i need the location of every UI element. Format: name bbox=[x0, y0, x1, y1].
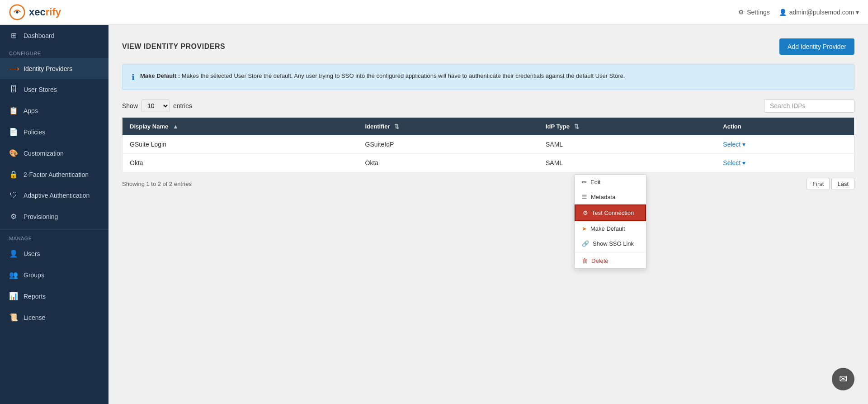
envelope-icon: ✉ bbox=[839, 373, 847, 385]
groups-icon: 👥 bbox=[9, 271, 18, 279]
sidebar-item-user-stores[interactable]: 🗄 User Stores bbox=[0, 79, 108, 100]
dropdown-item-show-sso-link[interactable]: 🔗 Show SSO Link bbox=[575, 236, 646, 251]
sidebar-item-policies[interactable]: 📄 Policies bbox=[0, 121, 108, 143]
edit-icon: ✏ bbox=[582, 179, 587, 185]
dropdown-item-test-connection[interactable]: ⚙ Test Connection bbox=[575, 204, 646, 221]
dropdown-label-show-sso-link: Show SSO Link bbox=[593, 240, 634, 247]
sidebar-item-apps[interactable]: 📋 Apps bbox=[0, 100, 108, 121]
sidebar-item-license[interactable]: 📜 License bbox=[0, 307, 108, 328]
pagination-first-button[interactable]: First bbox=[807, 178, 830, 190]
col-action: Action bbox=[716, 118, 854, 136]
sort-display-name-icon: ▲ bbox=[173, 123, 179, 130]
table-footer-text: Showing 1 to 2 of 2 entries bbox=[122, 181, 192, 187]
cell-display-name: GSuite Login bbox=[123, 135, 358, 154]
table-row: GSuite Login GSuiteIdP SAML Select ▾ bbox=[123, 135, 854, 154]
dropdown-label-metadata: Metadata bbox=[591, 194, 615, 200]
sidebar-item-provisioning[interactable]: ⚙ Provisioning bbox=[0, 206, 108, 227]
dashboard-icon: ⊞ bbox=[9, 31, 18, 40]
reports-icon: 📊 bbox=[9, 292, 18, 300]
identity-providers-icon: ⟶ bbox=[9, 64, 18, 73]
gear-icon: ⚙ bbox=[738, 9, 744, 16]
info-text-body: Makes the selected User Store the defaul… bbox=[182, 72, 625, 79]
sidebar-item-adaptive-auth[interactable]: 🛡 Adaptive Authentication bbox=[0, 185, 108, 206]
col-idp-type-label: IdP Type bbox=[546, 123, 570, 130]
manage-section-label: Manage bbox=[0, 231, 108, 243]
sidebar-item-identity-providers[interactable]: ⟶ Identity Providers bbox=[0, 58, 108, 79]
sso-link-icon: 🔗 bbox=[582, 240, 589, 247]
entries-select[interactable]: 10 25 50 100 bbox=[142, 100, 170, 112]
cell-identifier: GSuiteIdP bbox=[358, 135, 538, 154]
sidebar-item-2fa[interactable]: 🔒 2-Factor Authentication bbox=[0, 164, 108, 185]
col-display-name[interactable]: Display Name ▲ bbox=[123, 118, 358, 136]
table-controls: Show 10 25 50 100 entries bbox=[122, 99, 854, 113]
cell-display-name: Okta bbox=[123, 154, 358, 172]
chevron-down-icon: ▾ bbox=[742, 159, 745, 166]
sidebar-item-groups[interactable]: 👥 Groups bbox=[0, 264, 108, 285]
message-icon-button[interactable]: ✉ bbox=[832, 368, 854, 390]
2fa-icon: 🔒 bbox=[9, 170, 18, 179]
show-entries-control: Show 10 25 50 100 entries bbox=[122, 100, 192, 112]
settings-link[interactable]: ⚙ Settings bbox=[738, 9, 770, 16]
sidebar-label-users: Users bbox=[24, 250, 40, 257]
make-default-icon: ➤ bbox=[582, 225, 587, 232]
sidebar-item-customization[interactable]: 🎨 Customization bbox=[0, 143, 108, 164]
show-label: Show bbox=[122, 102, 138, 109]
user-label: admin@pulsemod.com ▾ bbox=[789, 9, 859, 16]
users-icon: 👤 bbox=[9, 249, 18, 258]
info-icon: ℹ bbox=[132, 72, 135, 82]
page-header: VIEW IDENTITY PROVIDERS Add Identity Pro… bbox=[122, 38, 854, 55]
entries-label: entries bbox=[173, 102, 192, 109]
sidebar-label-dashboard: Dashboard bbox=[24, 32, 55, 39]
user-icon: 👤 bbox=[779, 9, 787, 16]
search-box bbox=[764, 99, 854, 113]
page-title: VIEW IDENTITY PROVIDERS bbox=[122, 43, 225, 51]
user-menu[interactable]: 👤 admin@pulsemod.com ▾ bbox=[779, 9, 859, 16]
dropdown-label-make-default: Make Default bbox=[590, 225, 625, 232]
logo-text: xecrify bbox=[29, 6, 61, 18]
sidebar-item-reports[interactable]: 📊 Reports bbox=[0, 285, 108, 307]
dropdown-item-delete[interactable]: 🗑 Delete bbox=[575, 253, 646, 268]
apps-icon: 📋 bbox=[9, 106, 18, 115]
cell-idp-type: SAML bbox=[538, 154, 716, 172]
table-header-row: Display Name ▲ Identifier ⇅ IdP Type ⇅ A… bbox=[123, 118, 854, 136]
sidebar-item-users[interactable]: 👤 Users bbox=[0, 243, 108, 264]
sidebar-label-groups: Groups bbox=[24, 271, 44, 279]
sidebar-label-license: License bbox=[24, 314, 45, 321]
dropdown-item-edit[interactable]: ✏ Edit bbox=[575, 175, 646, 190]
dropdown-item-make-default[interactable]: ➤ Make Default bbox=[575, 221, 646, 236]
col-display-name-label: Display Name bbox=[130, 123, 168, 130]
search-input[interactable] bbox=[764, 99, 854, 113]
select-button-row1[interactable]: Select ▾ bbox=[723, 141, 745, 148]
header-right: ⚙ Settings 👤 admin@pulsemod.com ▾ bbox=[738, 9, 859, 16]
dropdown-item-metadata[interactable]: ☰ Metadata bbox=[575, 190, 646, 204]
dropdown-label-edit: Edit bbox=[590, 179, 600, 185]
main-layout: ⊞ Dashboard Configure ⟶ Identity Provide… bbox=[0, 25, 868, 404]
sidebar-label-adaptive-auth: Adaptive Authentication bbox=[24, 192, 90, 199]
cell-action: Select ▾ bbox=[716, 135, 854, 154]
select-button-row2[interactable]: Select ▾ bbox=[723, 159, 745, 166]
sidebar-label-identity-providers: Identity Providers bbox=[24, 65, 72, 72]
sidebar-divider bbox=[0, 229, 108, 229]
sort-idp-type-icon: ⇅ bbox=[574, 123, 579, 130]
sidebar-label-reports: Reports bbox=[24, 293, 46, 300]
sidebar-label-customization: Customization bbox=[24, 150, 64, 157]
pagination-last-button[interactable]: Last bbox=[831, 178, 854, 190]
sidebar-label-apps: Apps bbox=[24, 107, 38, 114]
provisioning-icon: ⚙ bbox=[9, 212, 18, 221]
sidebar-label-provisioning: Provisioning bbox=[24, 213, 58, 220]
sidebar-label-user-stores: User Stores bbox=[24, 86, 57, 93]
col-identifier[interactable]: Identifier ⇅ bbox=[358, 118, 538, 136]
sort-identifier-icon: ⇅ bbox=[394, 123, 399, 130]
metadata-icon: ☰ bbox=[582, 194, 587, 200]
col-idp-type[interactable]: IdP Type ⇅ bbox=[538, 118, 716, 136]
top-header: xecrify ⚙ Settings 👤 admin@pulsemod.com … bbox=[0, 0, 868, 25]
policies-icon: 📄 bbox=[9, 128, 18, 136]
add-identity-provider-button[interactable]: Add Identity Provider bbox=[779, 38, 854, 55]
action-dropdown-menu: ✏ Edit ☰ Metadata ⚙ Test Connection ➤ Ma… bbox=[574, 174, 646, 269]
info-text-bold: Make Default : bbox=[140, 72, 180, 79]
sidebar-item-dashboard[interactable]: ⊞ Dashboard bbox=[0, 25, 108, 46]
sidebar: ⊞ Dashboard Configure ⟶ Identity Provide… bbox=[0, 25, 108, 404]
adaptive-auth-icon: 🛡 bbox=[9, 191, 18, 200]
table-footer: Showing 1 to 2 of 2 entries First Last bbox=[122, 178, 854, 190]
pagination-controls: First Last bbox=[807, 178, 854, 190]
